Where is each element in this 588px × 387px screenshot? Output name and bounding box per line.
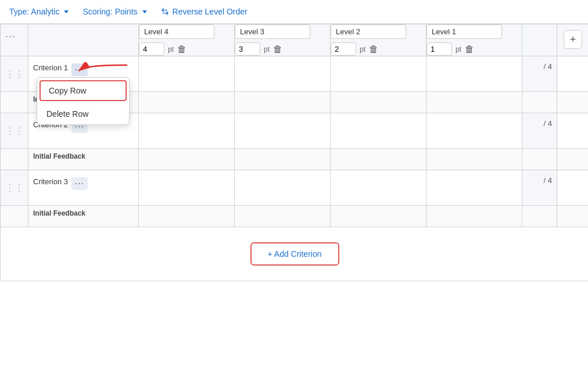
- level-1-points-input[interactable]: [426, 42, 452, 56]
- criterion-1-level-2-content[interactable]: [331, 56, 426, 91]
- level-2-delete-icon[interactable]: 🗑: [369, 44, 378, 55]
- criterion-1-dots-btn[interactable]: ···: [71, 63, 88, 76]
- criterion-1-level-1-content[interactable]: [426, 56, 522, 91]
- scoring-label: Scoring: Points: [83, 7, 137, 16]
- criterion-1-fb-level-2[interactable]: [331, 92, 426, 113]
- criterion-1-fb-extra: [557, 92, 589, 113]
- criterion-3-score: / 4: [522, 170, 557, 191]
- level-3-delete-icon[interactable]: 🗑: [273, 44, 282, 55]
- header-row: ··· pt 🗑: [1, 24, 589, 56]
- level-4-name-input[interactable]: [139, 24, 214, 39]
- level-2-pt-label: pt: [360, 45, 365, 53]
- level-4-pt-label: pt: [168, 45, 174, 53]
- criterion-1-main-row: ⋮⋮ Criterion 1 ···: [1, 56, 589, 92]
- criterion-2-fb-level-2[interactable]: [331, 149, 426, 170]
- criterion-3-feedback-label: Initial Feedback: [28, 206, 138, 221]
- criterion-1-level-4-content[interactable]: [139, 56, 234, 91]
- criterion-3-level-1-cell[interactable]: [426, 170, 522, 206]
- level-2-points-input[interactable]: [331, 42, 356, 56]
- drag-handle-3[interactable]: ⋮⋮: [1, 170, 28, 206]
- level-3-name-input[interactable]: [235, 24, 310, 39]
- level-1-name-input[interactable]: [426, 24, 502, 39]
- scoring-chevron-icon: [142, 10, 147, 13]
- criterion-1-level-4-cell[interactable]: [139, 56, 235, 92]
- level-3-header: pt 🗑: [235, 24, 331, 56]
- scoring-dropdown-btn[interactable]: Scoring: Points: [83, 7, 146, 16]
- rubric-table: ··· pt 🗑: [0, 24, 588, 281]
- criterion-3-level-2-cell[interactable]: [331, 170, 426, 206]
- level-2-name-input[interactable]: [331, 24, 406, 39]
- level-2-header: pt 🗑: [331, 24, 426, 56]
- criterion-1-level-3-content[interactable]: [235, 56, 330, 91]
- level-1-delete-icon[interactable]: 🗑: [465, 44, 474, 55]
- level-4-header: pt 🗑: [139, 24, 235, 56]
- drag-handle-2[interactable]: ⋮⋮: [1, 113, 28, 149]
- criterion-3-fb-label-cell: Initial Feedback: [28, 206, 139, 227]
- criterion-3-name-cell: Criterion 3 ···: [28, 170, 139, 206]
- criterion-3-fb-score: [522, 206, 557, 227]
- type-dropdown-btn[interactable]: Type: Analytic: [9, 7, 69, 16]
- criterion-1-level-3-cell[interactable]: [235, 56, 331, 92]
- criterion-3-fb-extra: [557, 206, 589, 227]
- criterion-1-name-cell: Criterion 1 ···: [28, 56, 139, 92]
- criterion-2-fb-extra: [557, 149, 589, 170]
- criterion-1-level-2-cell[interactable]: [331, 56, 426, 92]
- delete-row-item[interactable]: Delete Row: [37, 103, 129, 124]
- criterion-2-fb-level-3[interactable]: [235, 149, 331, 170]
- level-3-pt-label: pt: [264, 45, 270, 53]
- add-level-col: +: [557, 24, 589, 56]
- type-label: Type: Analytic: [9, 7, 59, 16]
- criterion-2-score-cell: / 4: [522, 113, 557, 149]
- criterion-2-fb-level-4[interactable]: [139, 149, 235, 170]
- level-1-header: pt 🗑: [426, 24, 522, 56]
- copy-row-item[interactable]: Copy Row: [40, 80, 127, 101]
- criterion-1-name: Criterion 1: [33, 63, 68, 72]
- criterion-3-fb-level-2[interactable]: [331, 206, 426, 227]
- level-4-delete-icon[interactable]: 🗑: [177, 44, 187, 55]
- score-col-header: [522, 24, 557, 56]
- criterion-2-fb-drag: [1, 149, 28, 170]
- criterion-2-level-3-cell[interactable]: [235, 113, 331, 149]
- criterion-1-fb-level-3[interactable]: [235, 92, 331, 113]
- criterion-2-extra: [557, 113, 589, 149]
- criterion-3-fb-drag: [1, 206, 28, 227]
- reverse-label: Reverse Level Order: [173, 7, 248, 16]
- criterion-2-level-2-cell[interactable]: [331, 113, 426, 149]
- criterion-3-feedback-row: Initial Feedback: [1, 206, 589, 227]
- criterion-1-extra-col: [557, 56, 589, 92]
- criterion-3-fb-level-3[interactable]: [235, 206, 331, 227]
- add-level-right-btn[interactable]: +: [564, 30, 582, 49]
- criterion-1-fb-level-1[interactable]: [426, 92, 522, 113]
- criterion-2-level-1-cell[interactable]: [426, 113, 522, 149]
- criterion-col-header: [28, 24, 139, 56]
- criterion-3-name: Criterion 3: [33, 177, 68, 186]
- criterion-3-score-cell: / 4: [522, 170, 557, 206]
- reverse-level-btn[interactable]: Reverse Level Order: [161, 7, 248, 16]
- criterion-3-level-4-cell[interactable]: [139, 170, 235, 206]
- criterion-1-fb-level-4[interactable]: [139, 92, 235, 113]
- drag-handle-1[interactable]: ⋮⋮: [1, 56, 28, 92]
- add-criterion-btn[interactable]: + Add Criterion: [250, 242, 339, 266]
- rubric-container: ··· pt 🗑: [0, 24, 588, 281]
- criterion-3-level-3-cell[interactable]: [235, 170, 331, 206]
- criterion-3-fb-level-1[interactable]: [426, 206, 522, 227]
- criterion-1-fb-level-4-content[interactable]: [139, 92, 234, 113]
- criterion-2-level-4-cell[interactable]: [139, 113, 235, 149]
- criterion-2-fb-label-cell: Initial Feedback: [28, 149, 139, 170]
- criterion-1-level-1-cell[interactable]: [426, 56, 522, 92]
- toolbar: Type: Analytic Scoring: Points Reverse L…: [0, 0, 588, 24]
- criterion-2-feedback-label: Initial Feedback: [28, 149, 138, 164]
- level-3-points-input[interactable]: [235, 42, 260, 56]
- level-1-pt-label: pt: [456, 45, 461, 53]
- criterion-3-label-area: Criterion 3 ···: [28, 170, 138, 197]
- add-criterion-row: + Add Criterion: [1, 227, 589, 281]
- criterion-3-fb-level-4[interactable]: [139, 206, 235, 227]
- criterion-3-extra: [557, 170, 589, 206]
- level-4-points-input[interactable]: [139, 42, 164, 56]
- criterion-1-fb-score: [522, 92, 557, 113]
- criterion-2-feedback-row: Initial Feedback: [1, 149, 589, 170]
- reverse-icon: [161, 8, 169, 16]
- criterion-2-fb-level-1[interactable]: [426, 149, 522, 170]
- criterion-1-score: / 4: [522, 56, 557, 77]
- criterion-3-dots-btn[interactable]: ···: [71, 177, 88, 190]
